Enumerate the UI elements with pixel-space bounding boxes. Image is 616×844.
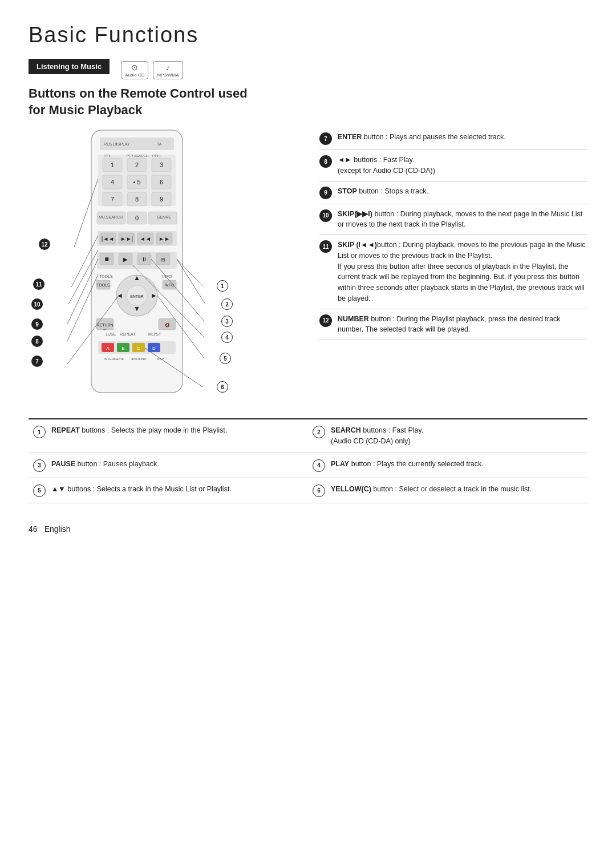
callout-10: 10 [31,298,43,310]
svg-text:7: 7 [111,196,114,203]
bottom-text-4: PLAY button : Plays the currently select… [331,459,583,470]
desc-num-8: 8 [319,155,332,168]
svg-text:►►|: ►►| [120,236,133,242]
bottom-item-1: 1 REPEAT buttons : Selects the play mode… [29,419,308,453]
remote-svg-wrapper: RDS DISPLAY TA 1 2 3 PTY- PTY SEARCH PTY… [29,127,245,401]
callout-12: 12 [39,239,50,250]
section-subtitle: Buttons on the Remote Control used for M… [29,86,257,118]
svg-text:PTY SEARCH: PTY SEARCH [127,154,148,158]
callout-9: 9 [31,318,43,330]
svg-text:PTY+: PTY+ [152,154,161,158]
page-title: Basic Functions [29,23,587,47]
svg-text:1USE: 1USE [106,332,116,336]
bottom-item-5: 5 ▲▼ buttons : Selects a track in the Mu… [29,478,308,503]
desc-item-8: 8 ◄► buttons : Fast Play. (except for Au… [319,150,587,181]
bottom-item-2: 2 SEARCH buttons : Fast Play. (Audio CD … [308,419,587,453]
svg-text:B: B [121,346,124,351]
callout-8: 8 [31,336,43,347]
svg-text:🔇: 🔇 [165,322,170,328]
bottom-num-6: 6 [313,484,325,497]
bottom-item-6: 6 YELLOW(C) button : Select or deselect … [308,478,587,503]
bottom-item-4: 4 PLAY button : Plays the currently sele… [308,453,587,478]
svg-text:MU.SEARCH: MU.SEARCH [99,215,123,219]
svg-text:9: 9 [160,196,163,203]
desc-num-10: 10 [319,209,332,222]
desc-text-12: NUMBER button : During the Playlist play… [338,314,587,336]
svg-text:0: 0 [135,215,139,221]
bottom-num-3: 3 [33,459,46,472]
svg-text:GENRE: GENRE [157,215,171,219]
desc-item-7: 7 ENTER button : Plays and pauses the se… [319,127,587,150]
svg-text:RDS DISPLAY: RDS DISPLAY [104,142,130,146]
bottom-num-5: 5 [33,484,46,497]
desc-num-7: 7 [319,132,332,145]
desc-text-11: SKIP (I◄◄)button : During playback, move… [338,240,587,304]
svg-text:2: 2 [135,161,139,168]
svg-text:►: ► [151,292,157,300]
svg-text:8: 8 [135,196,139,203]
svg-text:TA: TA [157,142,162,146]
desc-num-9: 9 [319,187,332,199]
callout-5: 5 [220,353,231,364]
main-content: RDS DISPLAY TA 1 2 3 PTY- PTY SEARCH PTY… [29,127,587,401]
bottom-num-2: 2 [313,426,325,438]
callout-3: 3 [221,316,233,327]
bottom-text-2: SEARCH buttons : Fast Play. (Audio CD (C… [331,425,583,447]
svg-text:⏸: ⏸ [141,256,147,263]
svg-text:◄: ◄ [116,292,123,300]
desc-text-10: SKIP(▶▶I) button : During playback, move… [338,209,587,231]
mp3-wma-badge: ♪ MP3/WMA [153,61,183,79]
desc-item-12: 12 NUMBER button : During the Playlist p… [319,309,587,341]
audio-cd-icon: ⊙ [131,63,138,72]
desc-num-12: 12 [319,314,332,327]
callout-1: 1 [217,280,228,292]
svg-text:PTY-: PTY- [104,154,111,158]
page-number: 46 [29,524,38,534]
svg-text:▲: ▲ [133,274,140,282]
svg-text:TOOLS: TOOLS [99,274,113,278]
bottom-item-3: 3 PAUSE button : Pauses playback. [29,453,308,478]
callout-2: 2 [221,298,233,310]
remote-illustration: RDS DISPLAY TA 1 2 3 PTY- PTY SEARCH PTY… [29,127,302,401]
page-footer: 46 English [29,520,587,535]
svg-text:TOOLS: TOOLS [96,283,110,287]
desc-item-9: 9 STOP button : Stops a track. [319,181,587,204]
svg-text:►►: ►► [159,236,170,242]
desc-text-8: ◄► buttons : Fast Play. (except for Audi… [338,155,587,176]
desc-text-9: STOP button : Stops a track. [338,186,587,197]
svg-text:A: A [106,346,110,351]
audio-cd-badge: ⊙ Audio CD [121,61,148,79]
section-header: Listening to Music [29,59,110,74]
svg-text:↩: ↩ [103,328,107,332]
svg-text:⊕SOUND: ⊕SOUND [131,357,147,361]
bottom-num-1: 1 [33,426,46,438]
bottom-section: 1 REPEAT buttons : Selects the play mode… [29,418,587,503]
mp3-label: MP3/WMA [157,72,179,78]
callout-6: 6 [217,381,228,393]
bottom-grid: 1 REPEAT buttons : Selects the play mode… [29,419,587,503]
callout-11: 11 [33,278,44,290]
page-language: English [44,524,71,534]
desc-text-7: ENTER button : Plays and pauses the sele… [338,132,587,143]
mp3-icon: ♪ [166,63,170,72]
bottom-text-3: PAUSE button : Pauses playback. [51,459,303,470]
bottom-text-5: ▲▼ buttons : Selects a track in the Musi… [51,484,303,495]
svg-text:C: C [137,346,140,351]
svg-text:■: ■ [104,255,108,263]
svg-text:RETURN: RETURN [96,323,113,327]
svg-text:REPEAT: REPEAT [120,332,136,336]
desc-item-11: 11 SKIP (I◄◄)button : During playback, m… [319,235,587,309]
callout-7: 7 [31,356,43,367]
callout-4: 4 [221,332,233,343]
svg-text:MO/ST: MO/ST [148,332,161,336]
svg-text:|◄◄: |◄◄ [102,236,114,242]
svg-text:D: D [152,346,156,351]
svg-text:• 5: • 5 [133,179,140,185]
svg-text:6: 6 [160,179,163,185]
svg-text:4: 4 [111,179,114,185]
svg-text:INTERNET⊕: INTERNET⊕ [104,357,124,361]
svg-text:▶: ▶ [123,256,128,263]
desc-num-11: 11 [319,240,332,253]
desc-item-10: 10 SKIP(▶▶I) button : During playback, m… [319,204,587,236]
svg-text:▼: ▼ [133,305,140,313]
